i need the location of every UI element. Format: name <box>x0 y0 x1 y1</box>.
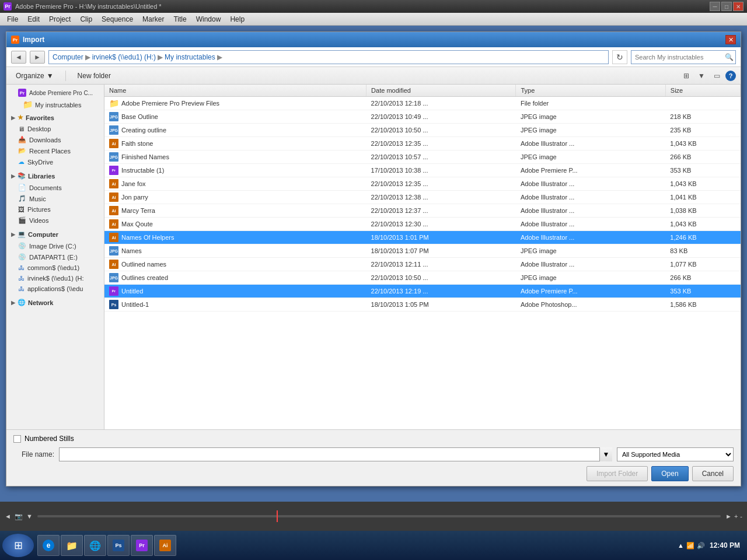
nav-item-desktop[interactable]: 🖥 Desktop <box>6 124 104 134</box>
column-type[interactable]: Type <box>516 85 665 97</box>
file-name-dropdown-button[interactable]: ▼ <box>599 447 612 461</box>
network-icon: 🌐 <box>18 299 26 306</box>
address-path[interactable]: Computer ▶ irvinek$ (\\edu1) (H:) ▶ My i… <box>48 50 609 64</box>
table-row[interactable]: JPG Fiinished Names 22/10/2013 10:57 ...… <box>104 150 741 164</box>
nav-item-recent-places[interactable]: 📂 Recent Places <box>6 145 104 156</box>
taskbar-item-folder[interactable]: 📁 <box>61 535 83 556</box>
minimize-button[interactable]: ─ <box>710 2 720 11</box>
nav-item-documents[interactable]: 📄 Documents <box>6 182 104 193</box>
nav-item-pictures[interactable]: 🖼 Pictures <box>6 204 104 215</box>
table-row[interactable]: JPG Base Outline 22/10/2013 10:49 ... JP… <box>104 110 741 124</box>
change-view-button[interactable]: ⊞ <box>680 69 693 82</box>
table-row[interactable]: Pr Untitled 22/10/2013 12:19 ... Adobe P… <box>104 285 741 298</box>
file-name-input[interactable] <box>59 447 612 461</box>
nav-item-irvinek[interactable]: 🖧 irvinek$ (\\edu1) (H: <box>6 273 104 284</box>
import-folder-button[interactable]: Import Folder <box>587 466 648 481</box>
table-row[interactable]: Ai Jon parry 22/10/2013 12:38 ... Adobe … <box>104 191 741 204</box>
taskbar-item-ie[interactable]: e <box>37 535 60 556</box>
search-input[interactable] <box>631 50 736 64</box>
table-row[interactable]: Pr Instructable (1) 17/10/2013 10:38 ...… <box>104 164 741 177</box>
nav-item-common[interactable]: 🖧 common$ (\\edu1) <box>6 262 104 273</box>
computer-icon: 💻 <box>18 230 26 238</box>
table-row[interactable]: JPG Creating outline 22/10/2013 10:50 ..… <box>104 124 741 137</box>
menu-project[interactable]: Project <box>44 14 75 24</box>
new-folder-button[interactable]: New folder <box>73 70 116 82</box>
zoom-out-icon[interactable]: - <box>740 513 742 520</box>
maximize-button[interactable]: □ <box>721 2 732 11</box>
e-drive-label: DATAPART1 (E:) <box>29 254 78 261</box>
taskbar-item-ai[interactable]: Ai <box>154 535 176 556</box>
nav-item-my-instructables[interactable]: 📁 My instructables <box>6 99 104 111</box>
clock[interactable]: 12:40 PM <box>710 541 740 550</box>
zoom-in-icon[interactable]: + <box>734 513 738 520</box>
table-row[interactable]: Ai Faith stone 22/10/2013 12:35 ... Adob… <box>104 137 741 150</box>
nav-item-premiere[interactable]: Pr Adobe Premiere Pro C... <box>6 87 104 99</box>
timeline-track[interactable] <box>37 515 721 517</box>
chrome-icon: 🌐 <box>89 540 101 551</box>
nav-item-applications[interactable]: 🖧 applications$ (\\edu <box>6 284 104 294</box>
table-row[interactable]: Ai Outlined names 22/10/2013 12:11 ... A… <box>104 258 741 271</box>
table-row[interactable]: JPG Outlines created 22/10/2013 10:50 ..… <box>104 271 741 285</box>
taskbar-item-ps[interactable]: Ps <box>107 535 130 556</box>
file-date: 22/10/2013 12:35 ... <box>366 177 516 191</box>
table-row[interactable]: Ps Untitled-1 18/10/2013 1:05 PM Adobe P… <box>104 298 741 312</box>
path-segment-folder[interactable]: My instructables <box>165 53 215 61</box>
table-row[interactable]: Ai Max Qoute 22/10/2013 12:30 ... Adobe … <box>104 218 741 231</box>
open-button[interactable]: Open <box>651 466 688 481</box>
network-label: Network <box>28 299 53 306</box>
menu-help[interactable]: Help <box>225 14 249 24</box>
file-type-select[interactable]: All Supported Media <box>617 447 734 461</box>
table-row[interactable]: 📁 Adobe Premiere Pro Preview Files 22/10… <box>104 97 741 110</box>
nav-item-videos[interactable]: 🎬 Videos <box>6 215 104 226</box>
favorites-header[interactable]: ▶ ★ Favorites <box>6 111 104 124</box>
start-button[interactable]: ⊞ <box>2 534 34 557</box>
taskbar-item-pr[interactable]: Pr <box>131 535 153 556</box>
file-icon: Ai <box>109 233 118 242</box>
close-app-button[interactable]: ✕ <box>733 2 743 11</box>
help-button[interactable]: ? <box>725 71 736 81</box>
path-segment-computer[interactable]: Computer <box>53 53 83 61</box>
libraries-header[interactable]: ▶ 📚 Libraries <box>6 170 104 182</box>
path-segment-drive[interactable]: irvinek$ (\\edu1) (H:) <box>92 53 156 61</box>
computer-header[interactable]: ▶ 💻 Computer <box>6 228 104 240</box>
column-date[interactable]: Date modified <box>366 85 516 97</box>
taskbar-item-chrome[interactable]: 🌐 <box>84 535 106 556</box>
menu-sequence[interactable]: Sequence <box>97 14 138 24</box>
nav-item-e-drive[interactable]: 💿 DATAPART1 (E:) <box>6 251 104 262</box>
table-row[interactable]: Ai Jane fox 22/10/2013 12:35 ... Adobe I… <box>104 177 741 191</box>
file-type: Adobe Illustrator ... <box>516 177 665 191</box>
cancel-button[interactable]: Cancel <box>692 466 734 481</box>
numbered-stills-checkbox[interactable] <box>13 435 21 443</box>
menu-marker[interactable]: Marker <box>138 14 169 24</box>
refresh-button[interactable]: ↻ <box>612 50 627 64</box>
preview-pane-button[interactable]: ▭ <box>710 69 723 82</box>
menu-file[interactable]: File <box>2 14 23 24</box>
column-name[interactable]: Name <box>104 85 366 97</box>
table-row[interactable]: Ai Marcy Terra 22/10/2013 12:37 ... Adob… <box>104 204 741 218</box>
menu-title[interactable]: Title <box>169 14 191 24</box>
nav-item-music[interactable]: 🎵 Music <box>6 193 104 204</box>
table-row[interactable]: Ai Names Of Helpers 18/10/2013 1:01 PM A… <box>104 231 741 244</box>
column-size[interactable]: Size <box>665 85 740 97</box>
file-name: Fiinished Names <box>121 153 169 160</box>
nav-item-skydrive[interactable]: ☁ SkyDrive <box>6 156 104 167</box>
file-size: 1,077 KB <box>665 258 740 271</box>
organize-button[interactable]: Organize ▼ <box>11 70 58 82</box>
menu-clip[interactable]: Clip <box>75 14 97 24</box>
forward-button[interactable]: ► <box>30 51 45 64</box>
menu-edit[interactable]: Edit <box>23 14 44 24</box>
dialog-close-button[interactable]: ✕ <box>725 35 736 44</box>
search-icon[interactable]: 🔍 <box>725 53 734 61</box>
nav-item-c-drive[interactable]: 💿 Image Drive (C:) <box>6 240 104 251</box>
menu-window[interactable]: Window <box>191 14 226 24</box>
favorites-triangle: ▶ <box>11 115 15 121</box>
irvinek-icon: 🖧 <box>18 275 25 282</box>
skydrive-icon: ☁ <box>18 158 25 166</box>
table-row[interactable]: JPG Names 18/10/2013 1:07 PM JPEG image … <box>104 244 741 258</box>
back-button[interactable]: ◄ <box>11 51 26 64</box>
network-header[interactable]: ▶ 🌐 Network <box>6 296 104 309</box>
file-name: Names Of Helpers <box>121 234 174 241</box>
clock-time: 12:40 PM <box>710 541 740 550</box>
view-dropdown-button[interactable]: ▼ <box>695 69 708 82</box>
nav-item-downloads[interactable]: 📥 Downloads <box>6 134 104 145</box>
